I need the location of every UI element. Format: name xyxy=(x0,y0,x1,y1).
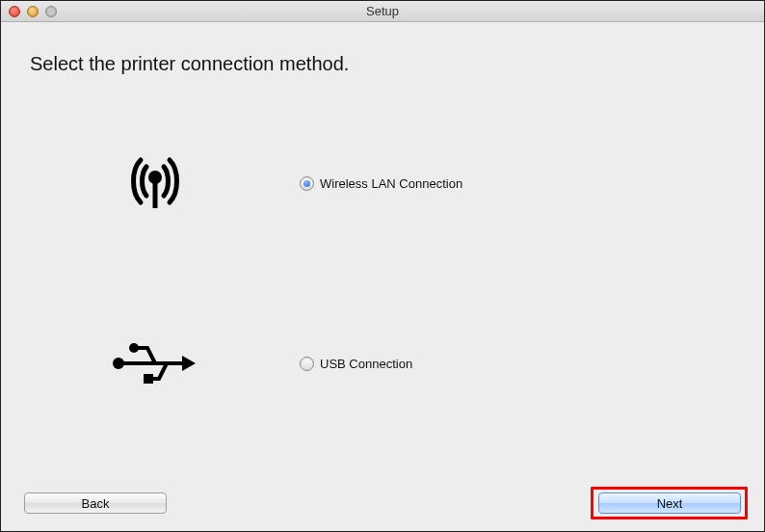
radio-button-icon xyxy=(300,176,314,191)
next-button-label: Next xyxy=(657,496,683,511)
setup-window: Setup Select the printer connection meth… xyxy=(0,0,765,532)
zoom-icon[interactable] xyxy=(45,6,57,17)
radio-wireless-label: Wireless LAN Connection xyxy=(320,176,462,191)
content-area: Select the printer connection method. xyxy=(1,22,764,531)
back-button-label: Back xyxy=(82,496,110,511)
titlebar: Setup xyxy=(1,1,764,22)
close-icon[interactable] xyxy=(9,6,20,17)
usb-icon xyxy=(107,339,203,387)
option-wireless: Wireless LAN Connection xyxy=(107,152,735,214)
page-heading: Select the printer connection method. xyxy=(30,53,735,75)
svg-marker-2 xyxy=(182,356,196,371)
footer: Back Next xyxy=(24,492,741,514)
back-button[interactable]: Back xyxy=(24,492,167,514)
window-controls xyxy=(1,6,57,17)
svg-point-5 xyxy=(129,343,139,353)
svg-point-4 xyxy=(113,358,124,369)
wireless-icon xyxy=(107,152,203,214)
svg-rect-6 xyxy=(144,374,153,384)
connection-options: Wireless LAN Connection xyxy=(30,152,735,387)
radio-usb[interactable]: USB Connection xyxy=(300,357,412,371)
svg-rect-1 xyxy=(153,179,158,208)
radio-usb-label: USB Connection xyxy=(320,357,412,371)
option-usb: USB Connection xyxy=(107,339,735,387)
radio-button-icon xyxy=(300,357,314,371)
window-title: Setup xyxy=(366,4,399,18)
minimize-icon[interactable] xyxy=(27,6,39,17)
radio-wireless[interactable]: Wireless LAN Connection xyxy=(300,176,462,191)
next-button[interactable]: Next xyxy=(598,492,741,514)
svg-rect-3 xyxy=(120,361,184,365)
